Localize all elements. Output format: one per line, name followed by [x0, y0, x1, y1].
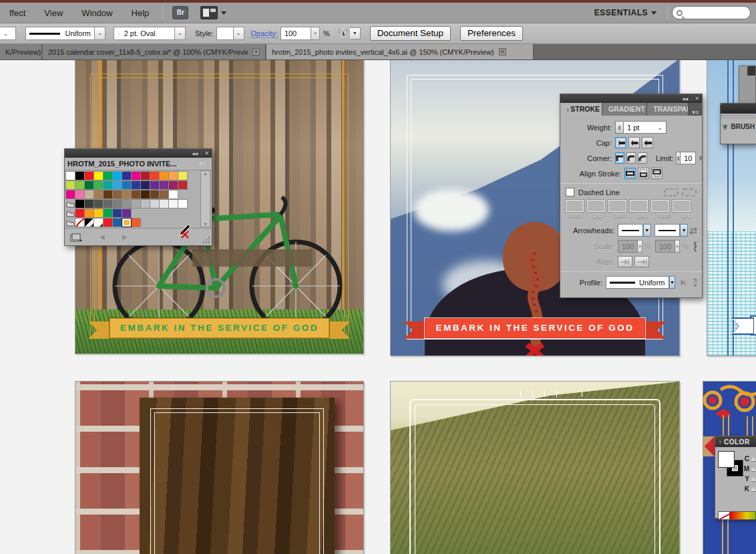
slider-handle-icon[interactable] — [751, 457, 756, 461]
swatch[interactable] — [84, 199, 94, 209]
tab-transparency[interactable]: TRANSPAR — [647, 103, 689, 116]
profile-dropdown[interactable]: ▼ — [669, 276, 676, 289]
collapse-panel-icon[interactable]: ◀◀ — [682, 96, 688, 101]
swatch[interactable] — [93, 190, 104, 199]
close-icon[interactable]: ✕ — [204, 150, 209, 156]
swatch[interactable] — [168, 199, 178, 209]
swatch[interactable] — [93, 199, 104, 209]
limit-field[interactable]: 10 — [681, 152, 696, 164]
search-input[interactable] — [672, 6, 751, 19]
dash-gap-field[interactable] — [673, 200, 691, 212]
slider-handle-icon[interactable] — [751, 487, 756, 491]
chevron-down-icon[interactable] — [221, 11, 226, 15]
swatch[interactable] — [103, 209, 113, 218]
swatch[interactable] — [75, 209, 85, 218]
chevron-down-icon[interactable]: ▾ — [350, 27, 361, 39]
stroke-weight-combo-partial[interactable]: ⌄ — [0, 27, 16, 40]
canvas-area[interactable]: EMBARK IN THE SERVICE OF GOD EMBARK IN T — [0, 60, 756, 554]
swatch[interactable] — [65, 199, 75, 209]
swatch[interactable] — [65, 171, 75, 180]
arrowhead-end-field[interactable] — [654, 224, 680, 237]
swatch[interactable] — [84, 180, 94, 190]
swatch[interactable] — [103, 180, 113, 190]
document-setup-button[interactable]: Document Setup — [370, 26, 451, 41]
swatch[interactable] — [103, 171, 113, 180]
swatch[interactable] — [65, 218, 75, 227]
swatch[interactable] — [150, 180, 160, 190]
swatch[interactable] — [84, 171, 94, 180]
swatch[interactable] — [140, 180, 150, 190]
swatch[interactable] — [140, 171, 150, 180]
swatch[interactable] — [112, 180, 122, 190]
slider-handle-icon[interactable] — [751, 467, 756, 471]
dashed-line-checkbox[interactable] — [566, 188, 574, 196]
swatch[interactable] — [159, 199, 169, 209]
swatch[interactable] — [93, 218, 104, 227]
align-dashes-icon[interactable] — [682, 188, 697, 196]
swap-arrowheads-icon[interactable] — [688, 227, 697, 235]
swatch[interactable] — [93, 209, 104, 218]
swatch[interactable] — [112, 218, 122, 227]
artboard-mountain-invite[interactable] — [390, 381, 680, 554]
preserve-dashes-icon[interactable] — [664, 188, 679, 196]
arrange-documents-icon[interactable] — [200, 6, 218, 19]
swatch[interactable] — [178, 180, 188, 190]
close-icon[interactable]: ✕ — [695, 96, 699, 102]
swatch[interactable] — [65, 180, 75, 190]
slider-handle-icon[interactable] — [751, 477, 756, 481]
opacity-link[interactable]: Opacity: — [251, 29, 278, 38]
align-stroke-outside-button[interactable] — [651, 168, 663, 179]
swatch[interactable] — [84, 209, 94, 218]
variable-width-profile-combo[interactable]: Uniform — [25, 27, 95, 40]
ribbon-banner-gold[interactable]: EMBARK IN THE SERVICE OF GOD — [93, 318, 347, 338]
weight-stepper[interactable]: ▲▼ — [615, 121, 624, 134]
swatch[interactable] — [75, 218, 85, 227]
channel-y-slider[interactable]: Y — [745, 474, 756, 484]
collapse-panel-icon[interactable]: ◀◀ — [192, 151, 198, 156]
swatch[interactable] — [112, 171, 122, 180]
tab-close-icon[interactable]: ✕ — [252, 48, 260, 55]
panel-menu-icon[interactable]: ▾≡ — [196, 160, 209, 167]
ribbon-banner-red[interactable]: EMBARK IN THE SERVICE OF GOD — [408, 318, 662, 338]
channel-k-slider[interactable]: K — [745, 484, 756, 494]
align-stroke-center-button[interactable] — [624, 168, 636, 179]
none-color-swatch[interactable] — [718, 511, 730, 520]
swatch[interactable] — [131, 171, 141, 180]
swatch[interactable] — [131, 218, 141, 227]
swatch[interactable] — [140, 190, 150, 199]
swatch[interactable] — [159, 171, 169, 180]
corner-bevel-button[interactable] — [638, 152, 647, 164]
swatch[interactable] — [122, 199, 132, 209]
swatch[interactable] — [93, 171, 104, 180]
swatch[interactable] — [122, 190, 132, 199]
swatch[interactable] — [65, 190, 75, 199]
swatch[interactable] — [103, 190, 113, 199]
swatch[interactable] — [131, 180, 141, 190]
menu-view[interactable]: View — [35, 8, 72, 18]
select-similar-icon[interactable] — [337, 27, 350, 39]
swatch[interactable] — [150, 199, 160, 209]
swatch[interactable] — [75, 171, 85, 180]
color-panel[interactable]: ↕ COLOR CMYK — [715, 436, 756, 519]
menu-help[interactable]: Help — [122, 8, 159, 18]
swatch-selected[interactable] — [122, 218, 132, 227]
tab-gradient[interactable]: GRADIENT — [602, 103, 647, 116]
panel-menu-icon[interactable]: ▾≡ — [689, 109, 702, 116]
tab-close-icon[interactable]: ✕ — [499, 48, 506, 55]
swatch[interactable] — [168, 190, 178, 199]
swatch[interactable] — [178, 199, 188, 209]
menu-effect[interactable]: ffect — [0, 8, 35, 18]
menu-window[interactable]: Window — [72, 8, 122, 18]
arrowhead-start-field[interactable] — [618, 224, 643, 237]
swatch[interactable] — [75, 190, 85, 199]
panel-cycle-icon[interactable]: ↕ — [719, 439, 721, 445]
corner-round-button[interactable] — [626, 152, 636, 164]
swatch[interactable] — [112, 209, 122, 218]
swatch[interactable] — [122, 171, 132, 180]
align-stroke-inside-button[interactable] — [638, 168, 649, 179]
stroke-panel[interactable]: ◀◀|✕ ↕ STROKE GRADIENT TRANSPAR ▾≡ Weigh… — [560, 94, 703, 298]
swatch[interactable] — [112, 199, 122, 209]
spectrum-gradient[interactable] — [730, 511, 756, 520]
corner-miter-button[interactable] — [615, 152, 624, 164]
tab-document-1[interactable]: K/Preview)✕ — [0, 44, 42, 59]
